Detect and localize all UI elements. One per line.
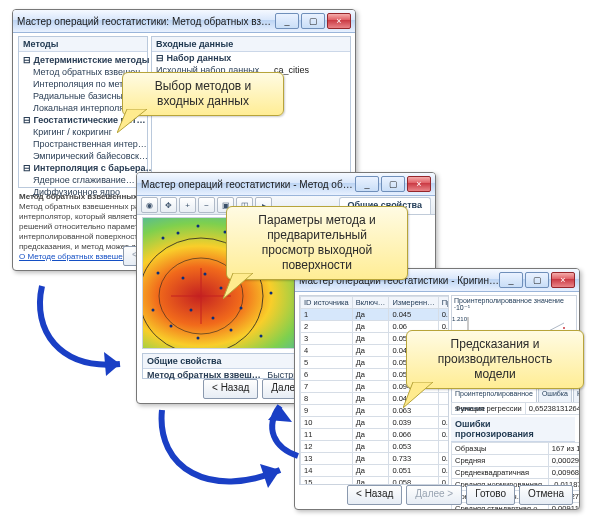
- table-row: Среднеквадратичная0,009687184843…: [452, 467, 581, 479]
- svg-point-24: [182, 277, 185, 280]
- maximize-button[interactable]: ▢: [301, 13, 325, 29]
- window-title: Мастер операций геостатистики - Метод об…: [141, 179, 355, 190]
- minimize-button[interactable]: _: [355, 176, 379, 192]
- tree-item[interactable]: ⊟ Детерминистские методы: [19, 54, 147, 66]
- table-row[interactable]: 15Да0.0580.063178241…: [301, 477, 450, 486]
- regression-value: 0,652381312649075 * …: [525, 403, 580, 415]
- svg-marker-47: [117, 109, 147, 133]
- table-row: Образцы167 из 167: [452, 443, 581, 455]
- methods-panel-header: Методы: [19, 37, 147, 52]
- tree-item[interactable]: Пространственная интер…: [19, 138, 147, 150]
- col-pred[interactable]: Проинтерп…: [438, 297, 449, 309]
- svg-marker-52: [268, 406, 292, 422]
- callout-step1: Выбор методов ивходных данных: [122, 72, 284, 116]
- toolbar-zoomin-icon[interactable]: +: [179, 197, 196, 213]
- svg-point-19: [152, 309, 155, 312]
- close-button[interactable]: ×: [551, 272, 575, 288]
- toolbar-zoomout-icon[interactable]: −: [198, 197, 215, 213]
- callout-step3: Предсказания ипроизводительностьмодели: [406, 330, 584, 389]
- svg-point-28: [212, 317, 215, 320]
- table-row[interactable]: 1Да0.0450.048684712…: [301, 309, 450, 321]
- svg-point-7: [197, 225, 200, 228]
- flow-arrow-1: [24, 278, 144, 388]
- toolbar-globe-icon[interactable]: ◉: [141, 197, 158, 213]
- minimize-button[interactable]: _: [275, 13, 299, 29]
- svg-marker-48: [223, 273, 253, 299]
- input-data-header: Входные данные: [152, 37, 350, 52]
- table-row[interactable]: 12Да0.053: [301, 441, 450, 453]
- toolbar-pan-icon[interactable]: ✥: [160, 197, 177, 213]
- tree-item[interactable]: Эмпирический байесовск…: [19, 150, 147, 162]
- maximize-button[interactable]: ▢: [381, 176, 405, 192]
- titlebar[interactable]: Мастер операций геостатистики - Метод об…: [137, 173, 435, 196]
- cancel-button[interactable]: Отмена: [519, 485, 573, 505]
- maximize-button[interactable]: ▢: [525, 272, 549, 288]
- tree-item[interactable]: ⊟ Интерполяция с барьера…: [19, 162, 147, 174]
- col-inc[interactable]: Включ…: [352, 297, 389, 309]
- svg-point-6: [177, 232, 180, 235]
- svg-marker-50: [104, 352, 120, 376]
- col-id[interactable]: ID источника: [301, 297, 353, 309]
- svg-point-18: [157, 272, 160, 275]
- next-button[interactable]: Далее >: [406, 485, 462, 505]
- svg-point-16: [270, 292, 273, 295]
- svg-point-20: [170, 325, 173, 328]
- errors-header: Ошибки прогнозирования: [451, 417, 575, 442]
- svg-point-27: [190, 309, 193, 312]
- table-row[interactable]: 13Да0.7330.107491422…: [301, 453, 450, 465]
- tree-item[interactable]: Ядерное сглаживание…: [19, 174, 147, 186]
- table-row[interactable]: 11Да0.0660.076457124…: [301, 429, 450, 441]
- svg-text:1.210: 1.210: [452, 316, 468, 322]
- svg-point-23: [260, 335, 263, 338]
- table-row[interactable]: 14Да0.0510.092092448…: [301, 465, 450, 477]
- back-button[interactable]: < Назад: [203, 379, 258, 399]
- svg-marker-49: [403, 382, 433, 408]
- svg-point-21: [197, 337, 200, 340]
- back-button[interactable]: < Назад: [347, 485, 402, 505]
- table-row[interactable]: 10Да0.0390.039820345…: [301, 417, 450, 429]
- close-button[interactable]: ×: [327, 13, 351, 29]
- table-row: Средняя0,000298340453…: [452, 455, 581, 467]
- svg-point-29: [240, 307, 243, 310]
- window-title: Мастер операций геостатистики: Метод обр…: [17, 16, 275, 27]
- wizard-nav: < Назад Далее > Готово Отмена: [347, 485, 573, 505]
- svg-point-25: [204, 273, 207, 276]
- close-button[interactable]: ×: [407, 176, 431, 192]
- svg-point-22: [230, 329, 233, 332]
- input-group: ⊟ Набор данных: [156, 53, 231, 63]
- regression-label: Функция регрессии: [452, 403, 526, 415]
- minimize-button[interactable]: _: [499, 272, 523, 288]
- titlebar[interactable]: Мастер операций геостатистики: Метод обр…: [13, 10, 355, 33]
- wizard-step5-window: Мастер операций геостатистики - Кригинг …: [294, 268, 580, 510]
- chart-axis-title: Проинтерполированное значение ·10⁻¹: [452, 296, 576, 313]
- svg-point-42: [563, 327, 565, 329]
- callout-step2: Параметры метода ипредварительныйпросмот…: [226, 206, 408, 280]
- flow-arrow-3: [250, 398, 320, 468]
- svg-point-5: [162, 237, 165, 240]
- finish-button[interactable]: Готово: [466, 485, 515, 505]
- col-meas[interactable]: Измеренн…: [389, 297, 438, 309]
